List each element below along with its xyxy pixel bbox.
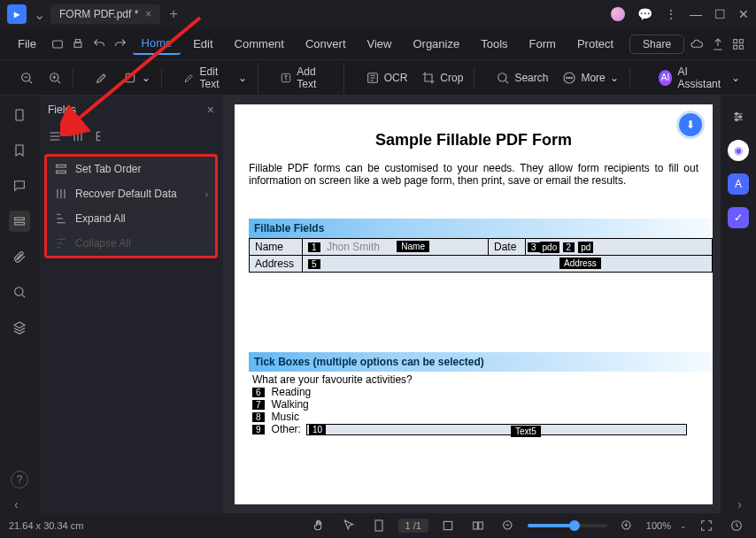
next-page-chevron[interactable]: › bbox=[737, 497, 742, 511]
minimize-button[interactable]: — bbox=[690, 7, 702, 21]
fields-icon[interactable] bbox=[9, 211, 30, 232]
panel-tab-tree[interactable] bbox=[94, 129, 108, 147]
download-badge-icon[interactable]: ⬇ bbox=[679, 113, 702, 136]
page-indicator[interactable]: 1 /1 bbox=[398, 519, 428, 533]
menu-view[interactable]: View bbox=[359, 34, 401, 54]
svg-point-25 bbox=[736, 119, 738, 121]
kebab-menu-icon[interactable]: ⋮ bbox=[665, 7, 677, 21]
zoom-dropdown-icon[interactable]: ⌄ bbox=[680, 521, 687, 530]
fit-page-icon[interactable] bbox=[467, 515, 489, 536]
date-field-cell[interactable]: 3pdo 2pd bbox=[526, 239, 713, 256]
zoom-in-button[interactable] bbox=[42, 68, 67, 88]
zoom-out-button[interactable] bbox=[14, 68, 39, 88]
fullscreen-icon[interactable] bbox=[696, 515, 717, 536]
new-tab-button[interactable]: + bbox=[169, 6, 177, 22]
name-label-cell: Name bbox=[250, 239, 303, 256]
attachment-icon[interactable] bbox=[9, 246, 30, 267]
prev-page-chevron[interactable]: ‹ bbox=[14, 497, 19, 511]
upload-icon[interactable] bbox=[709, 34, 727, 55]
highlight-tool[interactable] bbox=[89, 68, 114, 88]
scroll-mode-icon[interactable] bbox=[368, 515, 390, 536]
help-icon[interactable]: ? bbox=[11, 471, 28, 488]
section-fillable-fields: Fillable Fields bbox=[249, 219, 713, 238]
search-button[interactable]: Search bbox=[490, 68, 553, 88]
ai-sidebar-icon[interactable]: ◉ bbox=[728, 140, 749, 161]
more-button[interactable]: More⌄ bbox=[557, 68, 623, 88]
properties-icon[interactable] bbox=[728, 106, 749, 127]
document-tab[interactable]: FORM PDF.pdf * × bbox=[50, 4, 160, 24]
crop-button[interactable]: Crop bbox=[416, 68, 468, 88]
ocr-button[interactable]: OCR bbox=[360, 68, 413, 88]
menu-tools[interactable]: Tools bbox=[472, 34, 516, 54]
ai-assistant-button[interactable]: AI AI Assistant⌄ bbox=[652, 62, 747, 94]
date-tab-number-2: 2 bbox=[563, 242, 575, 252]
page-dimensions: 21.64 x 30.34 cm bbox=[9, 520, 83, 531]
tick-walking[interactable]: 7Walking bbox=[235, 398, 713, 411]
menu-comment[interactable]: Comment bbox=[226, 34, 293, 54]
check-icon[interactable]: ✓ bbox=[728, 207, 749, 228]
right-rail: ◉ A ✓ bbox=[721, 96, 756, 513]
fit-width-icon[interactable] bbox=[437, 515, 459, 536]
layers-icon[interactable] bbox=[9, 317, 30, 338]
panel-tab-order[interactable] bbox=[71, 129, 85, 147]
menu-home[interactable]: Home bbox=[133, 33, 181, 55]
edit-text-button[interactable]: Edit Text⌄ bbox=[178, 63, 252, 93]
search-panel-icon[interactable] bbox=[9, 281, 30, 303]
bookmark-icon[interactable] bbox=[9, 140, 30, 161]
user-avatar[interactable] bbox=[611, 7, 625, 21]
read-mode-icon[interactable] bbox=[726, 515, 747, 536]
open-icon[interactable] bbox=[49, 34, 66, 55]
menu-organize[interactable]: Organize bbox=[404, 34, 468, 54]
svg-rect-1 bbox=[74, 42, 81, 47]
panel-tab-list[interactable] bbox=[48, 129, 62, 147]
address-tab-number: 5 bbox=[308, 259, 320, 269]
zoom-in-status-icon[interactable] bbox=[616, 515, 637, 536]
add-text-button[interactable]: Add Text bbox=[274, 63, 337, 93]
tick-reading[interactable]: 6Reading bbox=[235, 386, 713, 398]
zoom-slider[interactable] bbox=[528, 524, 607, 527]
cloud-icon[interactable] bbox=[688, 34, 706, 55]
select-tool-icon[interactable] bbox=[338, 515, 359, 536]
panel-close-icon[interactable]: × bbox=[207, 103, 214, 117]
menu-edit[interactable]: Edit bbox=[184, 34, 221, 54]
share-button[interactable]: Share bbox=[629, 35, 684, 54]
thumbnail-icon[interactable] bbox=[9, 104, 30, 126]
svg-rect-2 bbox=[76, 39, 81, 42]
redo-icon[interactable] bbox=[112, 34, 129, 55]
menu-convert[interactable]: Convert bbox=[297, 34, 355, 54]
undo-icon[interactable] bbox=[90, 34, 108, 55]
zoom-value[interactable]: 100% bbox=[646, 520, 671, 531]
ctx-recover-default[interactable]: Recover Default Data › bbox=[47, 181, 215, 206]
comment-icon[interactable] bbox=[9, 175, 30, 196]
svg-rect-27 bbox=[444, 521, 451, 529]
document-viewport[interactable]: ⬇ Sample Fillable PDF Form Fillable PDF … bbox=[223, 96, 721, 513]
ai-icon: AI bbox=[659, 70, 673, 86]
ctx-expand-all[interactable]: Expand All bbox=[47, 206, 215, 231]
chat-icon[interactable]: 💬 bbox=[637, 7, 652, 21]
shape-tool[interactable]: ⌄ bbox=[118, 68, 156, 88]
tab-pin-icon[interactable]: ⌄ bbox=[34, 6, 45, 23]
maximize-button[interactable]: ☐ bbox=[714, 7, 726, 21]
menu-form[interactable]: Form bbox=[521, 34, 565, 54]
fields-panel: Fields × Set Tab Order Recover Default D… bbox=[39, 96, 223, 513]
menu-file[interactable]: File bbox=[9, 34, 45, 54]
section-tick-boxes: Tick Boxes (multiple options can be sele… bbox=[249, 352, 713, 372]
zoom-out-status-icon[interactable] bbox=[498, 515, 519, 536]
address-badge: Address bbox=[559, 257, 601, 269]
grid-icon[interactable] bbox=[729, 34, 747, 55]
print-icon[interactable] bbox=[70, 34, 88, 55]
close-tab-icon[interactable]: × bbox=[145, 8, 151, 20]
svg-rect-21 bbox=[57, 165, 66, 167]
tick-other[interactable]: 9Other: 10 Text5 bbox=[235, 423, 713, 435]
name-placeholder: Jhon Smith bbox=[327, 241, 380, 253]
translate-icon[interactable]: A bbox=[728, 173, 749, 195]
name-field-cell[interactable]: 1 Jhon Smith Name bbox=[303, 239, 489, 256]
hand-tool-icon[interactable] bbox=[308, 515, 329, 536]
ctx-set-tab-order[interactable]: Set Tab Order bbox=[47, 157, 215, 181]
tab-title: FORM PDF.pdf * bbox=[59, 8, 138, 20]
tick-music[interactable]: 8Music bbox=[235, 411, 713, 423]
menu-protect[interactable]: Protect bbox=[568, 34, 622, 54]
close-window-button[interactable]: ✕ bbox=[738, 7, 749, 21]
svg-point-14 bbox=[567, 77, 567, 78]
address-field-cell[interactable]: 5 Address bbox=[303, 256, 713, 273]
